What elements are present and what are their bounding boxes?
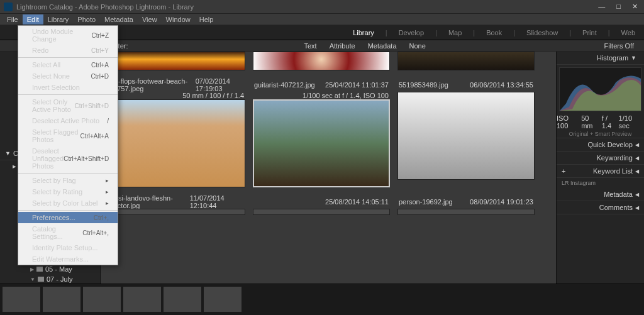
module-library[interactable]: Library [353, 29, 374, 36]
menu-view[interactable]: View [138, 14, 162, 25]
thumbnail[interactable] [253, 52, 390, 70]
tree-item[interactable]: ▼07 - July [0, 274, 100, 284]
grid-cell[interactable]: guitarist-407212.jpg25/04/2014 11:01:371… [253, 78, 390, 187]
filter-none[interactable]: None [409, 42, 426, 50]
grid-cell[interactable]: Resi-landovo-fleshn-tractor.jpg11/07/201… [108, 195, 245, 215]
capture-date: 11/07/2014 12:10:44 [190, 194, 244, 209]
filename: person-19692.jpg [399, 198, 453, 206]
chevron-left-icon: ◀ [635, 169, 639, 174]
menu-help[interactable]: Help [195, 14, 218, 25]
minimize-button[interactable]: — [596, 3, 608, 11]
capture-date: 08/09/2014 19:01:23 [470, 198, 533, 206]
filters-off[interactable]: Filters Off [604, 42, 634, 50]
menu-photo[interactable]: Photo [73, 14, 100, 25]
menu-item-select-by-rating[interactable]: Select by Rating▸ [18, 186, 118, 197]
chevron-down-icon: ▼ [5, 150, 11, 157]
menu-item-undo-module-change[interactable]: Undo Module ChangeCtrl+Z [18, 26, 118, 45]
module-map[interactable]: Map [448, 29, 462, 36]
menu-item-edit-watermarks[interactable]: Edit Watermarks... [18, 253, 118, 265]
filmstrip-thumb[interactable] [164, 287, 201, 312]
thumbnail[interactable] [253, 99, 390, 187]
grid-cell[interactable]: 25/08/2014 14:05:11 [253, 195, 390, 215]
menu-item-deselect-active-photo[interactable]: Deselect Active Photo/ [18, 115, 118, 126]
menu-item-select-none[interactable]: Select NoneCtrl+D [18, 70, 118, 82]
grid-cell[interactable] [108, 52, 245, 70]
add-keyword-button[interactable]: + [562, 167, 565, 175]
menu-item-invert-selection[interactable]: Invert Selection [18, 82, 118, 93]
menu-item-select-all[interactable]: Select AllCtrl+A [18, 59, 118, 70]
chevron-left-icon: ◀ [635, 142, 639, 148]
titlebar: Lightroom Catalog - Adobe Photoshop Ligh… [0, 0, 644, 14]
module-develop[interactable]: Develop [399, 29, 424, 36]
maximize-button[interactable]: □ [614, 3, 623, 11]
menu-edit[interactable]: Edit [23, 14, 43, 25]
menu-item-select-by-color-label[interactable]: Select by Color Label▸ [18, 197, 118, 209]
chevron-left-icon: ◀ [635, 192, 639, 197]
menu-item-preferences[interactable]: Preferences...Ctrl+, [18, 212, 118, 223]
module-web[interactable]: Web [621, 29, 635, 36]
panel-keyword-list[interactable]: +Keyword List◀ [557, 165, 644, 178]
menu-metadata[interactable]: Metadata [100, 14, 138, 25]
thumbnail[interactable] [108, 209, 245, 215]
panel-comments[interactable]: Comments◀ [557, 201, 644, 214]
menu-item-deselect-unflagged-photos[interactable]: Deselect Unflagged PhotosCtrl+Alt+Shift+… [18, 145, 118, 172]
capture-date: 06/06/2014 13:34:55 [470, 81, 533, 89]
window-title: Lightroom Catalog - Adobe Photoshop Ligh… [16, 3, 194, 11]
thumbnail[interactable] [108, 99, 245, 187]
menu-window[interactable]: Window [162, 14, 195, 25]
grid-cell[interactable]: flip-flops-footwear-beach-40757.jpeg07/0… [108, 78, 245, 187]
chevron-right-icon: ▸ [106, 189, 109, 195]
histogram-header[interactable]: Histogram ▼ [557, 52, 644, 65]
menu-item-redo: RedoCtrl+Y [18, 45, 118, 56]
tree-item[interactable]: ▶05 - May [0, 264, 100, 274]
thumbnail[interactable] [397, 92, 535, 180]
module-slideshow[interactable]: Slideshow [526, 29, 558, 36]
thumbnail[interactable] [397, 52, 535, 70]
filename: 5519853489.jpg [399, 81, 448, 89]
filter-metadata[interactable]: Metadata [368, 42, 397, 50]
keyword-tag[interactable]: LR Instagram [557, 178, 644, 188]
menu-item-select-flagged-photos[interactable]: Select Flagged PhotosCtrl+Alt+A [18, 126, 118, 145]
grid-cell[interactable]: 5519853489.jpg06/06/2014 13:34:55 [397, 78, 535, 187]
grid-view[interactable]: flip-flops-footwear-beach-40757.jpeg07/0… [101, 52, 556, 315]
exposure-info: 1/100 sec at f / 1.4, ISO 100 [303, 92, 389, 99]
thumbnail[interactable] [253, 209, 390, 215]
thumbnail[interactable] [397, 209, 535, 215]
chevron-right-icon[interactable]: ▶ [30, 267, 34, 272]
folder-icon [38, 277, 44, 282]
module-print[interactable]: Print [582, 29, 597, 36]
module-book[interactable]: Book [486, 29, 502, 36]
filmstrip-thumb[interactable] [43, 287, 80, 312]
filter-attribute[interactable]: Attribute [330, 42, 355, 50]
menu-library[interactable]: Library [43, 14, 74, 25]
chevron-right-icon: ▸ [106, 177, 109, 184]
filmstrip-thumb[interactable] [83, 287, 121, 312]
filmstrip-thumb[interactable] [123, 287, 161, 312]
menu-item-identity-plate-setup[interactable]: Identity Plate Setup... [18, 242, 118, 253]
grid-cell[interactable] [253, 52, 390, 70]
chevron-down-icon[interactable]: ▼ [30, 277, 35, 282]
filename: Resi-landovo-fleshn-tractor.jpg [109, 194, 190, 209]
capture-date: 25/04/2014 11:01:37 [325, 81, 389, 89]
histogram[interactable] [559, 67, 641, 111]
filmstrip[interactable] [0, 284, 644, 315]
tree-item-label: 05 - May [45, 265, 72, 273]
panel-quick-develop[interactable]: Quick Develop◀ [557, 138, 644, 152]
close-button[interactable]: ✕ [630, 3, 640, 11]
app-icon [4, 3, 13, 11]
menu-item-select-by-flag[interactable]: Select by Flag▸ [18, 175, 118, 186]
panel-keywording[interactable]: Keywording◀ [557, 152, 644, 165]
filmstrip-thumb[interactable] [3, 287, 40, 312]
menubar: FileEditLibraryPhotoMetadataViewWindowHe… [0, 14, 644, 25]
right-panel: Histogram ▼ ISO 10050 mmf / 1.41/10 sec … [556, 52, 644, 315]
chevron-right-icon: ▸ [106, 200, 109, 206]
filmstrip-thumb[interactable] [204, 287, 242, 312]
menu-file[interactable]: File [3, 14, 23, 25]
histogram-label: Histogram [597, 54, 628, 62]
thumbnail[interactable] [108, 52, 245, 70]
menu-item-catalog-settings[interactable]: Catalog Settings...Ctrl+Alt+, [18, 223, 118, 242]
panel-metadata[interactable]: Metadata◀ [557, 188, 644, 201]
grid-cell[interactable] [397, 52, 535, 70]
grid-cell[interactable]: person-19692.jpg08/09/2014 19:01:23 [397, 195, 535, 215]
filter-text[interactable]: Text [304, 42, 317, 50]
